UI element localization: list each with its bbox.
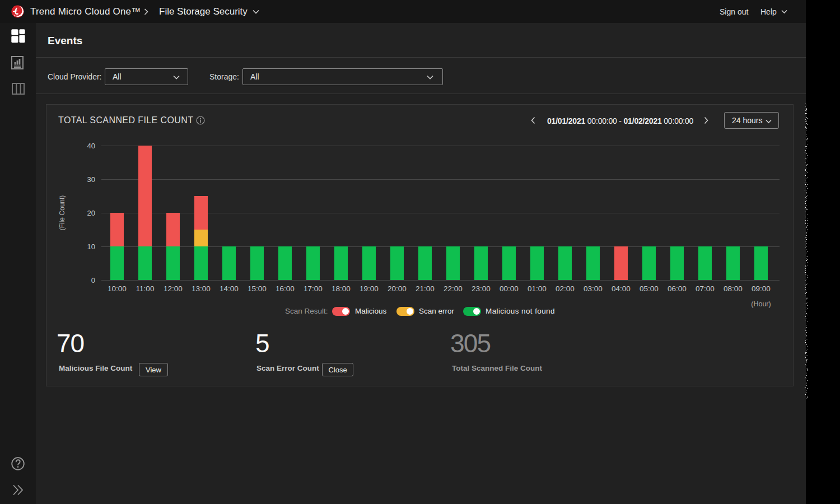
svg-text:09:00: 09:00 (752, 284, 771, 293)
svg-text:18:00: 18:00 (332, 284, 351, 293)
svg-text:(Hour): (Hour) (751, 300, 771, 308)
svg-text:10:00: 10:00 (108, 284, 127, 293)
svg-text:17:00: 17:00 (304, 284, 323, 293)
svg-text:02:00: 02:00 (556, 284, 575, 293)
svg-text:08:00: 08:00 (724, 284, 743, 293)
svg-text:06:00: 06:00 (668, 284, 687, 293)
svg-text:21:00: 21:00 (416, 284, 435, 293)
svg-text:00:00: 00:00 (500, 284, 519, 293)
svg-text:20: 20 (87, 209, 95, 217)
svg-text:04:00: 04:00 (612, 284, 631, 293)
svg-text:11:00: 11:00 (136, 284, 155, 293)
svg-text:40: 40 (87, 142, 95, 150)
svg-text:30: 30 (87, 175, 95, 184)
svg-text:14:00: 14:00 (220, 284, 239, 293)
svg-text:23:00: 23:00 (472, 284, 491, 293)
svg-text:0: 0 (91, 276, 95, 284)
svg-text:10: 10 (87, 242, 95, 251)
svg-text:03:00: 03:00 (584, 284, 603, 293)
svg-text:05:00: 05:00 (640, 284, 659, 293)
svg-text:12:00: 12:00 (164, 284, 183, 293)
svg-text:16:00: 16:00 (276, 284, 295, 293)
svg-text:19:00: 19:00 (360, 284, 379, 293)
svg-text:(File Count): (File Count) (58, 195, 66, 231)
svg-text:15:00: 15:00 (248, 284, 267, 293)
svg-text:01:00: 01:00 (528, 284, 547, 293)
svg-text:07:00: 07:00 (696, 284, 715, 293)
svg-text:22:00: 22:00 (444, 284, 463, 293)
svg-text:20:00: 20:00 (388, 284, 407, 293)
svg-text:13:00: 13:00 (192, 284, 211, 293)
